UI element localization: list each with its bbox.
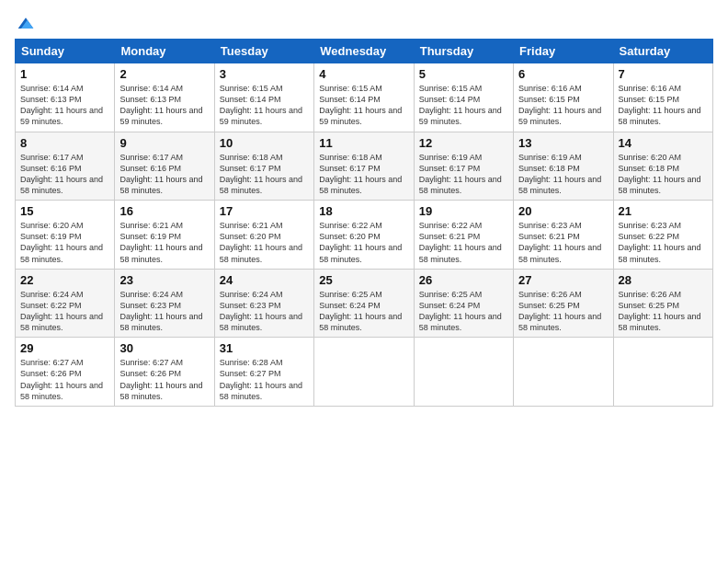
- day-info: Sunrise: 6:20 AMSunset: 6:19 PMDaylight:…: [20, 220, 109, 265]
- day-number: 9: [119, 136, 209, 150]
- day-info: Sunrise: 6:22 AMSunset: 6:20 PMDaylight:…: [319, 220, 408, 265]
- day-info: Sunrise: 6:27 AMSunset: 6:26 PMDaylight:…: [119, 357, 209, 402]
- day-number: 23: [119, 273, 209, 287]
- day-number: 21: [619, 204, 708, 218]
- day-number: 18: [319, 204, 408, 218]
- day-info: Sunrise: 6:15 AMSunset: 6:14 PMDaylight:…: [419, 83, 508, 128]
- week-row-1: 1Sunrise: 6:14 AMSunset: 6:13 PMDaylight…: [16, 63, 713, 132]
- day-number: 8: [20, 136, 109, 150]
- weekday-header-thursday: Thursday: [414, 40, 513, 63]
- day-info: Sunrise: 6:16 AMSunset: 6:15 PMDaylight:…: [619, 83, 708, 128]
- day-number: 24: [220, 273, 309, 287]
- week-row-3: 15Sunrise: 6:20 AMSunset: 6:19 PMDayligh…: [16, 201, 713, 270]
- day-number: 31: [220, 341, 309, 355]
- day-number: 25: [319, 273, 408, 287]
- day-info: Sunrise: 6:15 AMSunset: 6:14 PMDaylight:…: [220, 83, 309, 128]
- day-number: 13: [518, 136, 608, 150]
- day-info: Sunrise: 6:28 AMSunset: 6:27 PMDaylight:…: [220, 357, 309, 402]
- day-cell-3: 3Sunrise: 6:15 AMSunset: 6:14 PMDaylight…: [214, 63, 313, 132]
- day-cell-19: 19Sunrise: 6:22 AMSunset: 6:21 PMDayligh…: [414, 201, 513, 270]
- day-number: 12: [419, 136, 508, 150]
- day-cell-15: 15Sunrise: 6:20 AMSunset: 6:19 PMDayligh…: [16, 201, 115, 270]
- week-row-2: 8Sunrise: 6:17 AMSunset: 6:16 PMDaylight…: [16, 132, 713, 201]
- empty-cell: [414, 338, 513, 407]
- day-cell-26: 26Sunrise: 6:25 AMSunset: 6:24 PMDayligh…: [414, 269, 513, 338]
- day-number: 5: [419, 67, 508, 81]
- day-number: 27: [518, 273, 608, 287]
- day-info: Sunrise: 6:19 AMSunset: 6:17 PMDaylight:…: [419, 152, 508, 197]
- weekday-header-row: SundayMondayTuesdayWednesdayThursdayFrid…: [16, 40, 713, 63]
- day-info: Sunrise: 6:25 AMSunset: 6:24 PMDaylight:…: [319, 289, 408, 334]
- day-cell-30: 30Sunrise: 6:27 AMSunset: 6:26 PMDayligh…: [115, 338, 214, 407]
- weekday-header-tuesday: Tuesday: [214, 40, 313, 63]
- day-cell-8: 8Sunrise: 6:17 AMSunset: 6:16 PMDaylight…: [16, 132, 115, 201]
- day-info: Sunrise: 6:19 AMSunset: 6:18 PMDaylight:…: [518, 152, 608, 197]
- weekday-header-wednesday: Wednesday: [314, 40, 414, 63]
- day-number: 3: [220, 67, 309, 81]
- day-cell-24: 24Sunrise: 6:24 AMSunset: 6:23 PMDayligh…: [214, 269, 313, 338]
- day-number: 14: [619, 136, 708, 150]
- day-cell-2: 2Sunrise: 6:14 AMSunset: 6:13 PMDaylight…: [115, 63, 214, 132]
- day-info: Sunrise: 6:25 AMSunset: 6:24 PMDaylight:…: [419, 289, 508, 334]
- day-number: 19: [419, 204, 508, 218]
- day-cell-4: 4Sunrise: 6:15 AMSunset: 6:14 PMDaylight…: [314, 63, 414, 132]
- day-cell-11: 11Sunrise: 6:18 AMSunset: 6:17 PMDayligh…: [314, 132, 414, 201]
- day-info: Sunrise: 6:16 AMSunset: 6:15 PMDaylight:…: [518, 83, 608, 128]
- day-info: Sunrise: 6:21 AMSunset: 6:19 PMDaylight:…: [119, 220, 209, 265]
- day-cell-28: 28Sunrise: 6:26 AMSunset: 6:25 PMDayligh…: [613, 269, 712, 338]
- day-cell-10: 10Sunrise: 6:18 AMSunset: 6:17 PMDayligh…: [214, 132, 313, 201]
- day-number: 22: [20, 273, 109, 287]
- day-info: Sunrise: 6:21 AMSunset: 6:20 PMDaylight:…: [220, 220, 309, 265]
- day-info: Sunrise: 6:20 AMSunset: 6:18 PMDaylight:…: [619, 152, 708, 197]
- header: [15, 15, 713, 29]
- day-cell-18: 18Sunrise: 6:22 AMSunset: 6:20 PMDayligh…: [314, 201, 414, 270]
- day-number: 4: [319, 67, 408, 81]
- day-cell-7: 7Sunrise: 6:16 AMSunset: 6:15 PMDaylight…: [613, 63, 712, 132]
- day-cell-6: 6Sunrise: 6:16 AMSunset: 6:15 PMDaylight…: [514, 63, 613, 132]
- day-number: 1: [20, 67, 109, 81]
- day-cell-22: 22Sunrise: 6:24 AMSunset: 6:22 PMDayligh…: [16, 269, 115, 338]
- day-cell-9: 9Sunrise: 6:17 AMSunset: 6:16 PMDaylight…: [115, 132, 214, 201]
- day-number: 2: [119, 67, 209, 81]
- day-cell-17: 17Sunrise: 6:21 AMSunset: 6:20 PMDayligh…: [214, 201, 313, 270]
- day-cell-16: 16Sunrise: 6:21 AMSunset: 6:19 PMDayligh…: [115, 201, 214, 270]
- weekday-header-sunday: Sunday: [16, 40, 115, 63]
- day-cell-23: 23Sunrise: 6:24 AMSunset: 6:23 PMDayligh…: [115, 269, 214, 338]
- day-info: Sunrise: 6:24 AMSunset: 6:23 PMDaylight:…: [119, 289, 209, 334]
- day-number: 6: [518, 67, 608, 81]
- day-cell-1: 1Sunrise: 6:14 AMSunset: 6:13 PMDaylight…: [16, 63, 115, 132]
- day-cell-12: 12Sunrise: 6:19 AMSunset: 6:17 PMDayligh…: [414, 132, 513, 201]
- day-number: 15: [20, 204, 109, 218]
- day-cell-27: 27Sunrise: 6:26 AMSunset: 6:25 PMDayligh…: [514, 269, 613, 338]
- logo: [15, 15, 35, 29]
- day-cell-29: 29Sunrise: 6:27 AMSunset: 6:26 PMDayligh…: [16, 338, 115, 407]
- day-cell-21: 21Sunrise: 6:23 AMSunset: 6:22 PMDayligh…: [613, 201, 712, 270]
- weekday-header-saturday: Saturday: [613, 40, 712, 63]
- day-info: Sunrise: 6:18 AMSunset: 6:17 PMDaylight:…: [220, 152, 309, 197]
- day-info: Sunrise: 6:18 AMSunset: 6:17 PMDaylight:…: [319, 152, 408, 197]
- day-number: 29: [20, 341, 109, 355]
- weekday-header-monday: Monday: [115, 40, 214, 63]
- day-info: Sunrise: 6:26 AMSunset: 6:25 PMDaylight:…: [619, 289, 708, 334]
- day-number: 10: [220, 136, 309, 150]
- empty-cell: [613, 338, 712, 407]
- day-cell-13: 13Sunrise: 6:19 AMSunset: 6:18 PMDayligh…: [514, 132, 613, 201]
- day-info: Sunrise: 6:24 AMSunset: 6:23 PMDaylight:…: [220, 289, 309, 334]
- day-info: Sunrise: 6:27 AMSunset: 6:26 PMDaylight:…: [20, 357, 109, 402]
- day-number: 28: [619, 273, 708, 287]
- day-info: Sunrise: 6:26 AMSunset: 6:25 PMDaylight:…: [518, 289, 608, 334]
- calendar-table: SundayMondayTuesdayWednesdayThursdayFrid…: [15, 39, 713, 407]
- logo-text: [15, 15, 35, 33]
- logo-icon: [17, 15, 35, 33]
- day-number: 20: [518, 204, 608, 218]
- day-info: Sunrise: 6:15 AMSunset: 6:14 PMDaylight:…: [319, 83, 408, 128]
- day-cell-20: 20Sunrise: 6:23 AMSunset: 6:21 PMDayligh…: [514, 201, 613, 270]
- day-info: Sunrise: 6:14 AMSunset: 6:13 PMDaylight:…: [20, 83, 109, 128]
- day-info: Sunrise: 6:24 AMSunset: 6:22 PMDaylight:…: [20, 289, 109, 334]
- day-number: 17: [220, 204, 309, 218]
- day-cell-31: 31Sunrise: 6:28 AMSunset: 6:27 PMDayligh…: [214, 338, 313, 407]
- day-number: 26: [419, 273, 508, 287]
- page: SundayMondayTuesdayWednesdayThursdayFrid…: [0, 0, 728, 563]
- weekday-header-friday: Friday: [514, 40, 613, 63]
- day-number: 30: [119, 341, 209, 355]
